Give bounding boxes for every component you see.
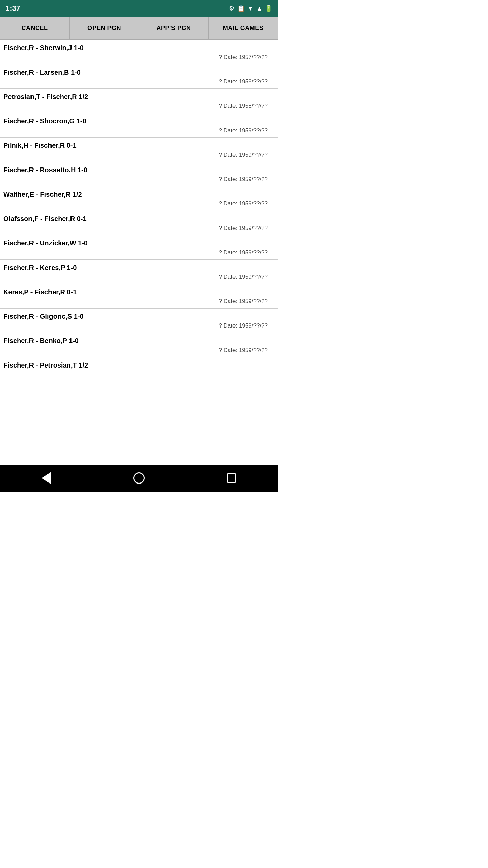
game-title: Fischer,R - Rossetto,H 1-0: [3, 166, 274, 174]
list-item[interactable]: Fischer,R - Rossetto,H 1-0? Date: 1959/?…: [0, 162, 278, 186]
game-date: ? Date: 1958/??/??: [3, 78, 274, 85]
list-item[interactable]: Fischer,R - Shocron,G 1-0? Date: 1959/??…: [0, 113, 278, 138]
gear-icon: ⚙: [229, 5, 235, 12]
list-item[interactable]: Fischer,R - Unzicker,W 1-0? Date: 1959/?…: [0, 235, 278, 260]
signal-icon: ▲: [256, 5, 262, 12]
game-title: Fischer,R - Shocron,G 1-0: [3, 117, 274, 125]
game-date: ? Date: 1959/??/??: [3, 225, 274, 232]
battery-icon: 🔋: [265, 5, 272, 12]
game-date: ? Date: 1958/??/??: [3, 103, 274, 110]
nav-recents-button[interactable]: [223, 470, 240, 487]
game-title: Fischer,R - Larsen,B 1-0: [3, 68, 274, 76]
game-date: ? Date: 1959/??/??: [3, 200, 274, 207]
list-item[interactable]: Fischer,R - Benko,P 1-0? Date: 1959/??/?…: [0, 333, 278, 357]
game-title: Fischer,R - Petrosian,T 1/2: [3, 361, 274, 369]
game-title: Fischer,R - Gligoric,S 1-0: [3, 313, 274, 320]
list-item[interactable]: Petrosian,T - Fischer,R 1/2? Date: 1958/…: [0, 89, 278, 113]
list-item[interactable]: Fischer,R - Petrosian,T 1/2: [0, 357, 278, 375]
game-title: Fischer,R - Keres,P 1-0: [3, 264, 274, 272]
status-icons: ⚙ 📋 ▼ ▲ 🔋: [229, 5, 272, 12]
game-title: Pilnik,H - Fischer,R 0-1: [3, 142, 274, 150]
nav-bar: [0, 465, 278, 492]
nav-home-button[interactable]: [130, 470, 147, 487]
game-date: ? Date: 1959/??/??: [3, 274, 274, 280]
list-item[interactable]: Walther,E - Fischer,R 1/2? Date: 1959/??…: [0, 186, 278, 211]
list-item[interactable]: Fischer,R - Keres,P 1-0? Date: 1959/??/?…: [0, 260, 278, 284]
status-time: 1:37: [5, 4, 20, 13]
game-date: ? Date: 1959/??/??: [3, 347, 274, 354]
list-item[interactable]: Fischer,R - Gligoric,S 1-0? Date: 1959/?…: [0, 309, 278, 333]
cancel-button[interactable]: CANCEL: [0, 17, 69, 40]
home-icon: [133, 472, 145, 484]
game-title: Keres,P - Fischer,R 0-1: [3, 288, 274, 296]
apps-pgn-button[interactable]: APP'S PGN: [139, 17, 208, 40]
game-title: Petrosian,T - Fischer,R 1/2: [3, 93, 274, 101]
game-date: ? Date: 1959/??/??: [3, 152, 274, 158]
nav-back-button[interactable]: [38, 470, 55, 487]
game-title: Walther,E - Fischer,R 1/2: [3, 191, 274, 198]
status-bar: 1:37 ⚙ 📋 ▼ ▲ 🔋: [0, 0, 278, 17]
game-title: Fischer,R - Sherwin,J 1-0: [3, 44, 274, 52]
game-date: ? Date: 1959/??/??: [3, 249, 274, 256]
game-title: Olafsson,F - Fischer,R 0-1: [3, 215, 274, 223]
open-pgn-button[interactable]: OPEN PGN: [69, 17, 139, 40]
list-item[interactable]: Fischer,R - Larsen,B 1-0? Date: 1958/??/…: [0, 64, 278, 89]
game-title: Fischer,R - Unzicker,W 1-0: [3, 239, 274, 247]
mail-games-button[interactable]: MAIL GAMES: [208, 17, 278, 40]
game-date: ? Date: 1959/??/??: [3, 176, 274, 183]
back-icon: [42, 472, 51, 484]
game-list: Fischer,R - Sherwin,J 1-0? Date: 1957/??…: [0, 40, 278, 465]
game-date: ? Date: 1959/??/??: [3, 127, 274, 134]
list-item[interactable]: Pilnik,H - Fischer,R 0-1? Date: 1959/??/…: [0, 138, 278, 162]
game-date: ? Date: 1957/??/??: [3, 54, 274, 61]
list-item[interactable]: Keres,P - Fischer,R 0-1? Date: 1959/??/?…: [0, 284, 278, 309]
recents-icon: [227, 473, 236, 483]
game-date: ? Date: 1959/??/??: [3, 298, 274, 305]
game-date: ? Date: 1959/??/??: [3, 322, 274, 329]
clipboard-icon: 📋: [237, 5, 245, 12]
list-item[interactable]: Olafsson,F - Fischer,R 0-1? Date: 1959/?…: [0, 211, 278, 235]
wifi-icon: ▼: [247, 5, 253, 12]
game-title: Fischer,R - Benko,P 1-0: [3, 337, 274, 345]
toolbar: CANCEL OPEN PGN APP'S PGN MAIL GAMES: [0, 17, 278, 40]
list-item[interactable]: Fischer,R - Sherwin,J 1-0? Date: 1957/??…: [0, 40, 278, 64]
